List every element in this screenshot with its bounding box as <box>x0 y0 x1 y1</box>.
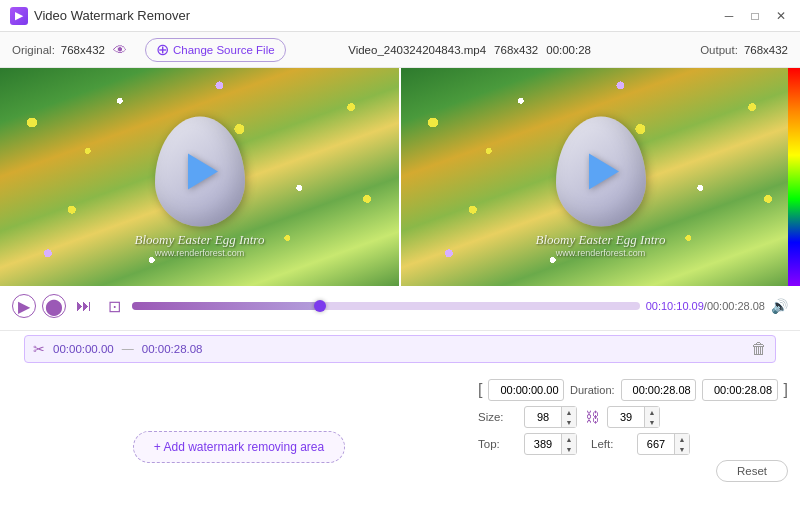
file-info: Video_240324204843.mp4 768x432 00:00:28 <box>348 44 591 56</box>
height-spinners: ▲ ▼ <box>644 407 659 427</box>
controls-rows: [ ▲ ▼ Duration: ▲ ▼ <box>478 375 788 482</box>
top-up[interactable]: ▲ <box>562 434 576 444</box>
segment-row: ✂ 00:00:00.00 — 00:00:28.08 🗑 <box>24 335 776 363</box>
top-label: Top: <box>478 438 518 450</box>
output-res: 768x432 <box>744 44 788 56</box>
window-controls: ─ □ ✕ <box>718 5 792 27</box>
original-res: 768x432 <box>61 44 105 56</box>
maximize-button[interactable]: □ <box>744 5 766 27</box>
play-icon-left <box>188 154 218 190</box>
segment-delete-button[interactable]: 🗑 <box>751 340 767 358</box>
change-source-button[interactable]: ⊕ Change Source File <box>145 38 286 62</box>
original-info: Original: 768x432 👁 <box>12 40 129 60</box>
segment-container: ✂ 00:00:00.00 — 00:00:28.08 🗑 <box>0 331 800 367</box>
width-spinners: ▲ ▼ <box>561 407 576 427</box>
left-watermark-line2: www.renderforest.com <box>135 248 265 258</box>
minimize-button[interactable]: ─ <box>718 5 740 27</box>
left-input[interactable] <box>638 436 674 452</box>
top-down[interactable]: ▼ <box>562 444 576 454</box>
top-input-group[interactable]: ▲ ▼ <box>524 433 577 455</box>
top-input[interactable] <box>525 436 561 452</box>
plus-icon: ⊕ <box>156 42 169 58</box>
progress-thumb[interactable] <box>314 300 326 312</box>
color-bar <box>788 68 800 286</box>
time-range-row: [ ▲ ▼ Duration: ▲ ▼ <box>478 379 788 401</box>
frame-forward-button[interactable]: ⏭ <box>72 294 96 318</box>
width-down[interactable]: ▼ <box>562 417 576 427</box>
reset-row: Reset <box>478 460 788 482</box>
right-watermark-line1: Bloomy Easter Egg Intro <box>536 232 666 248</box>
right-egg <box>556 117 646 227</box>
eye-icon-button[interactable]: 👁 <box>111 40 129 60</box>
left-panel: + Add watermark removing area <box>12 375 466 519</box>
time-display: 00:10:10.09/00:00:28.08 <box>646 300 765 312</box>
right-watermark: Bloomy Easter Egg Intro www.renderforest… <box>536 232 666 258</box>
duration-input-group[interactable]: ▲ ▼ <box>621 379 696 401</box>
left-video-panel: Bloomy Easter Egg Intro www.renderforest… <box>0 68 399 286</box>
bottom-area: + Add watermark removing area [ ▲ ▼ Dura… <box>0 367 800 523</box>
info-bar: Original: 768x432 👁 ⊕ Change Source File… <box>0 32 800 68</box>
add-watermark-area-button[interactable]: + Add watermark removing area <box>133 431 345 463</box>
controls-area: ▶ ⬤ ⏭ ⊡ 00:10:10.09/00:00:28.08 🔊 <box>0 286 800 331</box>
right-video-panel: Bloomy Easter Egg Intro www.renderforest… <box>399 68 800 286</box>
file-res: 768x432 <box>494 44 538 56</box>
segment-start: 00:00:00.00 <box>53 343 114 355</box>
reset-button[interactable]: Reset <box>716 460 788 482</box>
width-up[interactable]: ▲ <box>562 407 576 417</box>
segment-icon: ✂ <box>33 341 45 357</box>
open-bracket: [ <box>478 381 482 399</box>
left-up[interactable]: ▲ <box>675 434 689 444</box>
play-icon-right <box>589 154 619 190</box>
timeline[interactable] <box>132 302 640 310</box>
height-up[interactable]: ▲ <box>645 407 659 417</box>
play-button[interactable]: ▶ <box>12 294 36 318</box>
left-label: Left: <box>591 438 631 450</box>
start-time-input-group[interactable]: ▲ ▼ <box>488 379 563 401</box>
preview-area: Bloomy Easter Egg Intro www.renderforest… <box>0 68 800 286</box>
egg-shape-right <box>556 117 646 227</box>
link-icon[interactable]: ⛓ <box>585 409 599 425</box>
start-time-input[interactable] <box>489 382 563 398</box>
file-duration: 00:00:28 <box>546 44 591 56</box>
playback-controls: ▶ ⬤ ⏭ ⊡ 00:10:10.09/00:00:28.08 🔊 <box>12 294 788 318</box>
left-input-group[interactable]: ▲ ▼ <box>637 433 690 455</box>
output-label: Output: <box>700 44 738 56</box>
left-watermark: Bloomy Easter Egg Intro www.renderforest… <box>135 232 265 258</box>
close-bracket: ] <box>784 381 788 399</box>
size-width-input[interactable] <box>525 409 561 425</box>
app-icon: ▶ <box>10 7 28 25</box>
duration-label: Duration: <box>570 384 615 396</box>
progress-bar[interactable] <box>132 302 640 310</box>
close-button[interactable]: ✕ <box>770 5 792 27</box>
change-source-label: Change Source File <box>173 44 275 56</box>
top-spinners: ▲ ▼ <box>561 434 576 454</box>
segment-separator: — <box>122 342 134 356</box>
left-down[interactable]: ▼ <box>675 444 689 454</box>
right-panel: [ ▲ ▼ Duration: ▲ ▼ <box>478 375 788 519</box>
size-row: Size: ▲ ▼ ⛓ ▲ ▼ <box>478 406 788 428</box>
progress-fill <box>132 302 320 310</box>
time-total: 00:00:28.08 <box>707 300 765 312</box>
stop-button[interactable]: ⬤ <box>42 294 66 318</box>
title-bar: ▶ Video Watermark Remover ─ □ ✕ <box>0 0 800 32</box>
duration-input[interactable] <box>622 382 696 398</box>
clip-button[interactable]: ⊡ <box>102 294 126 318</box>
position-row: Top: ▲ ▼ Left: ▲ ▼ <box>478 433 788 455</box>
end-time-input[interactable] <box>703 382 777 398</box>
egg-shape-left <box>155 117 245 227</box>
right-watermark-line2: www.renderforest.com <box>536 248 666 258</box>
height-down[interactable]: ▼ <box>645 417 659 427</box>
size-height-group[interactable]: ▲ ▼ <box>607 406 660 428</box>
left-spinners: ▲ ▼ <box>674 434 689 454</box>
app-title: Video Watermark Remover <box>34 8 190 23</box>
size-height-input[interactable] <box>608 409 644 425</box>
end-time-input-group[interactable]: ▲ ▼ <box>702 379 777 401</box>
output-info: Output: 768x432 <box>700 44 788 56</box>
size-label: Size: <box>478 411 518 423</box>
time-current: 00:10:10.09 <box>646 300 704 312</box>
original-label: Original: <box>12 44 55 56</box>
volume-icon[interactable]: 🔊 <box>771 298 788 314</box>
left-watermark-line1: Bloomy Easter Egg Intro <box>135 232 265 248</box>
size-width-group[interactable]: ▲ ▼ <box>524 406 577 428</box>
segment-end: 00:00:28.08 <box>142 343 203 355</box>
